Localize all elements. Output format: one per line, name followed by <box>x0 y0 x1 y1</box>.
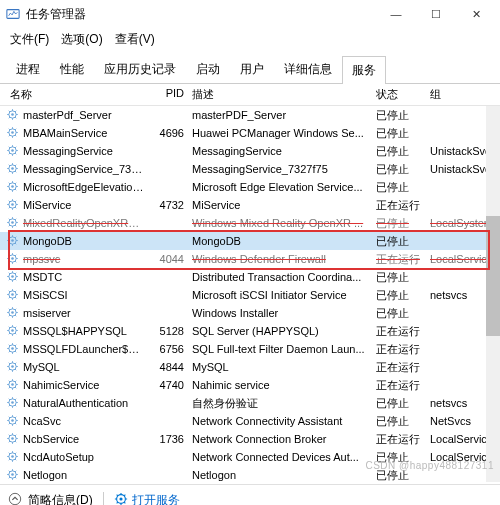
service-row[interactable]: MSDTCDistributed Transaction Coordina...… <box>0 268 500 286</box>
service-desc: Huawei PCManager Windows Se... <box>192 127 376 139</box>
service-name: MSiSCSI <box>23 289 146 301</box>
rows-container: masterPdf_ServermasterPDF_Server已停止MBAMa… <box>0 106 500 482</box>
service-name: MSSQLFDLauncher$HAP... <box>23 343 146 355</box>
tab-startup[interactable]: 启动 <box>186 55 230 83</box>
tab-services[interactable]: 服务 <box>342 56 386 84</box>
service-desc: Distributed Transaction Coordina... <box>192 271 376 283</box>
gear-icon <box>6 324 20 338</box>
app-icon <box>6 7 20 21</box>
scroll-thumb[interactable] <box>486 216 500 336</box>
gear-icon <box>6 270 20 284</box>
open-services-link[interactable]: 打开服务 <box>114 492 180 505</box>
service-row[interactable]: MessagingServiceMessagingService已停止Unist… <box>0 142 500 160</box>
service-row[interactable]: MessagingService_7327f...MessagingServic… <box>0 160 500 178</box>
gear-icon <box>6 288 20 302</box>
col-name[interactable]: 名称 <box>6 87 146 102</box>
service-desc: MessagingService_7327f75 <box>192 163 376 175</box>
service-name: msiserver <box>23 307 146 319</box>
service-pid: 6756 <box>146 343 192 355</box>
col-group[interactable]: 组 <box>430 87 498 102</box>
gear-icon <box>6 378 20 392</box>
service-row[interactable]: masterPdf_ServermasterPDF_Server已停止 <box>0 106 500 124</box>
service-desc: Microsoft iSCSI Initiator Service <box>192 289 376 301</box>
services-icon <box>114 492 128 505</box>
menubar: 文件(F) 选项(O) 查看(V) <box>0 28 500 51</box>
gear-icon <box>6 198 20 212</box>
scrollbar[interactable] <box>486 106 500 482</box>
tab-processes[interactable]: 进程 <box>6 55 50 83</box>
svg-point-42 <box>11 473 14 476</box>
service-desc: SQL Server (HAPPYSQL) <box>192 325 376 337</box>
gear-icon <box>6 414 20 428</box>
tab-details[interactable]: 详细信息 <box>274 55 342 83</box>
statusbar: 简略信息(D) 打开服务 <box>0 484 500 505</box>
menu-options[interactable]: 选项(O) <box>61 31 102 48</box>
gear-icon <box>6 126 20 140</box>
service-pid: 4844 <box>146 361 192 373</box>
col-status[interactable]: 状态 <box>376 87 430 102</box>
service-row[interactable]: NcbService1736Network Connection Broker正… <box>0 430 500 448</box>
service-row[interactable]: NahimicService4740Nahimic service正在运行 <box>0 376 500 394</box>
gear-icon <box>6 450 20 464</box>
service-name: MSSQL$HAPPYSQL <box>23 325 146 337</box>
gear-icon <box>6 144 20 158</box>
service-row[interactable]: NcaSvcNetwork Connectivity Assistant已停止N… <box>0 412 500 430</box>
fewer-details-button[interactable]: 简略信息(D) <box>28 492 93 505</box>
service-name: NcaSvc <box>23 415 146 427</box>
service-desc: Netlogon <box>192 469 376 481</box>
service-pid: 1736 <box>146 433 192 445</box>
service-desc: Network Connected Devices Aut... <box>192 451 376 463</box>
menu-view[interactable]: 查看(V) <box>115 31 155 48</box>
svg-point-26 <box>11 329 14 332</box>
service-status: 已停止 <box>376 234 430 249</box>
svg-point-28 <box>11 347 14 350</box>
service-row[interactable]: MiService4732MiService正在运行 <box>0 196 500 214</box>
service-row[interactable]: msiserverWindows Installer已停止 <box>0 304 500 322</box>
close-button[interactable]: ✕ <box>456 0 496 28</box>
svg-point-16 <box>11 239 14 242</box>
gear-icon <box>6 360 20 374</box>
service-status: 正在运行 <box>376 432 430 447</box>
svg-point-12 <box>11 203 14 206</box>
col-pid[interactable]: PID <box>146 87 192 102</box>
service-name: NaturalAuthentication <box>23 397 146 409</box>
service-status: 已停止 <box>376 288 430 303</box>
tab-performance[interactable]: 性能 <box>50 55 94 83</box>
service-name: MySQL <box>23 361 146 373</box>
service-row[interactable]: NaturalAuthentication自然身份验证已停止netsvcs <box>0 394 500 412</box>
service-name: NcdAutoSetup <box>23 451 146 463</box>
divider <box>103 492 104 506</box>
maximize-button[interactable]: ☐ <box>416 0 456 28</box>
minimize-button[interactable]: — <box>376 0 416 28</box>
service-status: 已停止 <box>376 144 430 159</box>
service-status: 正在运行 <box>376 198 430 213</box>
col-desc[interactable]: 描述 <box>192 87 376 102</box>
svg-point-40 <box>11 455 14 458</box>
service-row[interactable]: MixedRealityOpenXRSvcWindows Mixed Reali… <box>0 214 500 232</box>
service-row[interactable]: MicrosoftEdgeElevationS...Microsoft Edge… <box>0 178 500 196</box>
service-row[interactable]: MSSQLFDLauncher$HAP...6756SQL Full-text … <box>0 340 500 358</box>
gear-icon <box>6 342 20 356</box>
service-status: 已停止 <box>376 270 430 285</box>
service-pid: 4740 <box>146 379 192 391</box>
service-row[interactable]: mpssvc4044Windows Defender Firewall正在运行L… <box>0 250 500 268</box>
service-row[interactable]: MSiSCSIMicrosoft iSCSI Initiator Service… <box>0 286 500 304</box>
service-row[interactable]: MySQL4844MySQL正在运行 <box>0 358 500 376</box>
svg-point-4 <box>11 131 14 134</box>
service-row[interactable]: MongoDBMongoDB已停止 <box>0 232 500 250</box>
menu-file[interactable]: 文件(F) <box>10 31 49 48</box>
service-status: 已停止 <box>376 126 430 141</box>
service-desc: Microsoft Edge Elevation Service... <box>192 181 376 193</box>
service-row[interactable]: MSSQL$HAPPYSQL5128SQL Server (HAPPYSQL)正… <box>0 322 500 340</box>
service-name: MSDTC <box>23 271 146 283</box>
service-desc: Windows Defender Firewall <box>192 253 376 265</box>
service-row[interactable]: MBAMainService4696Huawei PCManager Windo… <box>0 124 500 142</box>
services-table: 名称 PID 描述 状态 组 masterPdf_ServermasterPDF… <box>0 84 500 484</box>
service-status: 正在运行 <box>376 324 430 339</box>
service-status: 已停止 <box>376 216 430 231</box>
tab-users[interactable]: 用户 <box>230 55 274 83</box>
chevron-up-icon[interactable] <box>8 492 22 505</box>
service-name: Netlogon <box>23 469 146 481</box>
svg-point-14 <box>11 221 14 224</box>
tab-app-history[interactable]: 应用历史记录 <box>94 55 186 83</box>
